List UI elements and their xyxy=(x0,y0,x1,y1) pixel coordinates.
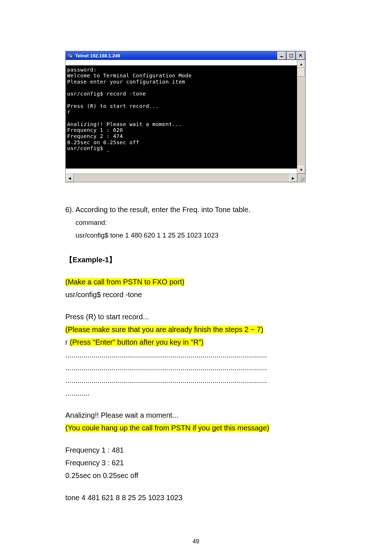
terminal-icon xyxy=(67,53,73,58)
example-line: Frequency 3 : 621 xyxy=(65,457,327,469)
scroll-right-button[interactable]: ▶ xyxy=(289,174,297,182)
example-dots: ........................................… xyxy=(65,362,327,373)
scroll-up-button[interactable]: ▲ xyxy=(297,60,305,68)
example-line: (You coule hang up the call from PSTN if… xyxy=(65,422,327,434)
minimize-button[interactable] xyxy=(277,52,286,60)
vscroll-thumb[interactable] xyxy=(298,68,305,77)
step-6-command: usr/config$ tone 1 480 620 1 1 25 25 102… xyxy=(65,230,327,241)
example-line: (Please make sure that you are already f… xyxy=(65,324,327,335)
example-line: usr/config$ record -tone xyxy=(65,289,327,300)
window-buttons: ✕ xyxy=(277,51,305,60)
telnet-window: Telnet 192.168.1.249 ✕ password: Welcome… xyxy=(65,51,306,182)
step-6-command-label: command: xyxy=(65,218,327,228)
highlight-press-enter: (Press "Enter" button after you key in "… xyxy=(70,338,204,346)
highlight-make-call: (Make a call from PSTN to FXO port) xyxy=(65,278,184,286)
scroll-left-button[interactable]: ◀ xyxy=(66,174,74,182)
example-line: Frequency 1 : 481 xyxy=(65,445,327,456)
vscroll-track[interactable] xyxy=(297,68,305,166)
example-line: tone 4 481 621 8 8 25 25 1023 1023 xyxy=(65,492,327,503)
svg-rect-2 xyxy=(70,55,72,57)
example-line: 0.25sec on 0.25sec off xyxy=(65,470,327,481)
scroll-down-button[interactable]: ▼ xyxy=(297,166,305,174)
step-6-text: 6). According to the result, enter the F… xyxy=(65,204,327,215)
example-line: r (Press "Enter" button after you key in… xyxy=(65,337,327,348)
example-dots: ........................................… xyxy=(65,349,327,361)
titlebar[interactable]: Telnet 192.168.1.249 ✕ xyxy=(66,51,305,60)
example-heading: 【Example-1】 xyxy=(65,254,327,266)
hscroll-track[interactable] xyxy=(74,174,289,182)
example-line: Press (R) to start record... xyxy=(65,311,327,323)
terminal-output[interactable]: password: Welcome to Terminal Configurat… xyxy=(66,65,297,169)
highlight-hangup: (You coule hang up the call from PSTN if… xyxy=(65,424,269,432)
highlight-finish-steps: (Please make sure that you are already f… xyxy=(65,325,263,333)
resize-grip[interactable] xyxy=(297,174,305,182)
page-number: 49 xyxy=(0,538,392,545)
telnet-body: password: Welcome to Terminal Configurat… xyxy=(66,60,305,174)
example-dots: ........................................… xyxy=(65,375,327,386)
document-body: 6). According to the result, enter the F… xyxy=(65,204,327,503)
example-dots: ............ xyxy=(65,388,327,399)
horizontal-scrollbar[interactable]: ◀ ▶ xyxy=(66,174,305,182)
example-line: Analizing!! Please wait a moment... xyxy=(65,410,327,421)
example-line: (Make a call from PSTN to FXO port) xyxy=(65,276,327,288)
document-page: Telnet 192.168.1.249 ✕ password: Welcome… xyxy=(0,0,392,555)
window-title: Telnet 192.168.1.249 xyxy=(75,53,277,58)
maximize-button[interactable] xyxy=(287,52,295,60)
example-r-prefix: r xyxy=(65,338,70,346)
close-button[interactable]: ✕ xyxy=(296,52,305,60)
vertical-scrollbar[interactable]: ▲ ▼ xyxy=(297,60,305,174)
